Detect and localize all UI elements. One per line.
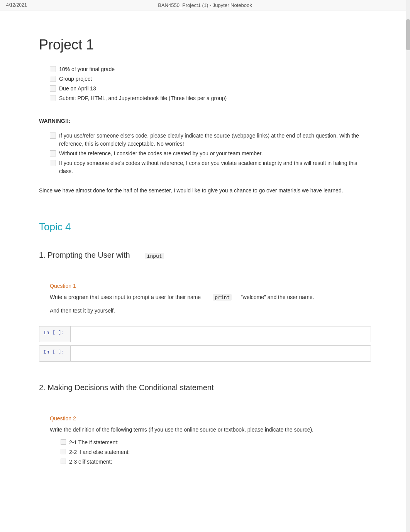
bullet-text: If you use/refer someone else's code, pl… [59,132,371,148]
intro-paragraph: Since we have almost done for the half o… [39,186,371,195]
project-title: Project 1 [39,37,371,53]
project-bullet-list: 10% of your final grade Group project Du… [50,65,371,102]
input-cell-2[interactable]: In [ ]: [39,345,371,362]
sub-item-3: 2-3 elif statement: [69,458,112,466]
list-item: 10% of your final grade [50,65,371,73]
sub-bullet-list: 2-1 The if statement: 2-2 if and else st… [61,439,371,466]
warning-cell: WARNING!!: If you use/refer someone else… [39,110,371,183]
sub-bullet-marker-icon [61,459,66,464]
notebook-container: Project 1 10% of your final grade Group … [31,10,379,489]
section2-heading: 2. Making Decisions with the Conditional… [39,383,371,392]
bullet-marker-icon [50,160,56,166]
bullet-text: If you copy someone else's codes without… [59,159,371,175]
code-area-2[interactable] [70,346,371,361]
list-item: Submit PDF, HTML, and Jupyternotebook fi… [50,94,371,102]
list-item: Group project [50,75,371,83]
bullet-marker-icon [50,95,56,101]
question1-description: Write a program that uses input to promp… [50,293,371,302]
warning-label: WARNING!!: [39,118,371,124]
header-title: BAN4550_Project1 (1) - Jupyter Notebook [158,2,252,8]
q1-print-code: print [213,294,232,301]
project-bullets-cell: 10% of your final grade Group project Du… [39,62,371,110]
bullet-marker-icon [50,66,56,72]
bullet-marker-icon [50,85,56,92]
input-cell-1[interactable]: In [ ]: [39,326,371,342]
question1-label: Question 1 [50,283,371,289]
sub-bullet-marker-icon [61,449,66,454]
topic4-title: Topic 4 [39,221,371,233]
bullet-marker-icon [50,133,56,139]
list-item: 2-3 elif statement: [61,458,371,466]
input-label-1: In [ ]: [39,326,70,338]
question2-label: Question 2 [50,415,371,422]
code-area-1[interactable] [70,326,371,342]
warning-bullet-list: If you use/refer someone else's code, pl… [50,132,371,175]
bullet-text: Due on April 13 [59,85,96,93]
project-title-cell: Project 1 [39,26,371,62]
q1-desc-middle: "welcome" and the user name. [241,294,314,300]
question1-cell: Question 1 Write a program that uses inp… [39,274,371,323]
bullet-text: Group project [59,75,92,83]
bullet-marker-icon [50,76,56,82]
section2-heading-cell: 2. Making Decisions with the Conditional… [39,376,371,401]
question2-cell: Question 2 Write the definition of the f… [39,406,371,474]
section1-heading-cell: 1. Prompting the User with input [39,244,371,269]
bullet-marker-icon [50,150,56,156]
list-item: 2-2 if and else statement: [61,448,371,456]
bullet-text: Without the reference, I consider the co… [59,150,263,158]
scrollbar-thumb[interactable] [406,19,410,50]
sub-bullet-marker-icon [61,439,66,445]
topic4-title-cell: Topic 4 [39,214,371,244]
scrollbar[interactable] [406,0,410,489]
list-item: Due on April 13 [50,85,371,93]
section1-heading-code: input [145,253,164,259]
sub-item-1: 2-1 The if statement: [69,439,119,447]
warning-bullets-block: If you use/refer someone else's code, pl… [39,132,371,175]
list-item: 2-1 The if statement: [61,439,371,447]
sub-item-2: 2-2 if and else statement: [69,448,130,456]
section1-heading-text: 1. Prompting the User with [39,251,130,259]
input-label-2: In [ ]: [39,346,70,358]
question1-followup: And then test it by yourself. [50,306,371,315]
intro-paragraph-cell: Since we have almost done for the half o… [39,183,371,202]
list-item: If you copy someone else's codes without… [50,159,371,175]
bullet-text: 10% of your final grade [59,65,115,73]
list-item: If you use/refer someone else's code, pl… [50,132,371,148]
section1-heading: 1. Prompting the User with input [39,251,371,260]
question2-description: Write the definition of the following te… [50,425,371,434]
question2-sub-items: 2-1 The if statement: 2-2 if and else st… [50,439,371,466]
bullet-text: Submit PDF, HTML, and Jupyternotebook fi… [59,94,227,102]
q1-desc-start: Write a program that uses input to promp… [50,294,201,300]
list-item: Without the reference, I consider the co… [50,150,371,158]
header-date: 4/12/2021 [6,2,27,8]
header-bar: 4/12/2021 BAN4550_Project1 (1) - Jupyter… [0,0,410,10]
